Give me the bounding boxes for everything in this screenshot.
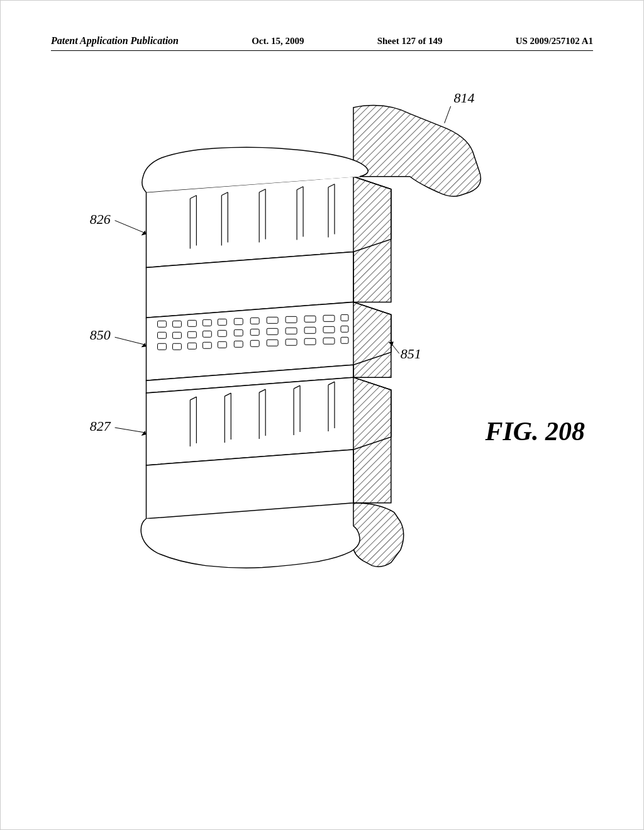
svg-line-74 [115, 428, 145, 433]
publication-title: Patent Application Publication [51, 35, 179, 47]
svg-marker-18 [142, 231, 147, 236]
svg-line-55 [115, 337, 145, 345]
svg-line-1 [445, 106, 451, 123]
sheet-number: Sheet 127 of 149 [377, 36, 443, 47]
ref-826: 826 [90, 211, 111, 227]
patent-page: Patent Application Publication Oct. 15, … [0, 0, 644, 830]
page-header: Patent Application Publication Oct. 15, … [51, 35, 593, 51]
svg-line-17 [115, 221, 145, 233]
ref-814: 814 [454, 90, 475, 106]
figure-label: FIG. 208 [485, 417, 585, 446]
patent-number: US 2009/257102 A1 [516, 36, 593, 47]
svg-line-57 [392, 345, 399, 353]
ref-851: 851 [401, 346, 421, 362]
svg-marker-56 [142, 343, 147, 347]
publication-date: Oct. 15, 2009 [252, 36, 304, 47]
patent-drawing: 814 [51, 89, 593, 779]
drawing-area: 814 [51, 89, 593, 779]
svg-marker-75 [142, 431, 147, 436]
ref-850: 850 [90, 327, 111, 343]
ref-827: 827 [90, 418, 111, 434]
